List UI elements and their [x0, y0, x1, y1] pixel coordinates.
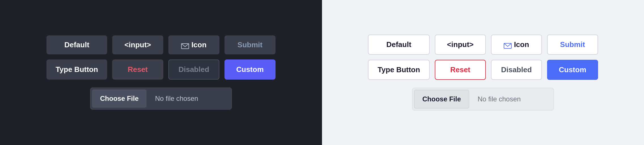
dark-btn-disabled[interactable]: Disabled	[168, 59, 219, 80]
light-btn-submit[interactable]: Submit	[547, 35, 598, 55]
light-btn-default[interactable]: Default	[368, 35, 430, 55]
dark-button-grid: Default <input> Icon Submit Type Button …	[46, 35, 276, 80]
dark-icon-btn-label: Icon	[191, 40, 206, 49]
dark-no-file-label: No file chosen	[148, 89, 205, 108]
dark-btn-type[interactable]: Type Button	[46, 59, 107, 80]
light-btn-disabled[interactable]: Disabled	[491, 60, 542, 80]
light-btn-reset[interactable]: Reset	[435, 60, 486, 80]
dark-choose-file-button[interactable]: Choose File	[92, 89, 147, 108]
dark-file-input[interactable]: Choose File No file chosen	[90, 88, 232, 110]
dark-btn-input[interactable]: <input>	[112, 35, 163, 54]
light-panel: Default <input> Icon Submit Type Button …	[322, 0, 644, 145]
mail-icon-light	[504, 42, 512, 48]
dark-btn-default[interactable]: Default	[46, 35, 107, 54]
dark-btn-submit[interactable]: Submit	[224, 35, 276, 54]
dark-btn-custom[interactable]: Custom	[224, 59, 276, 80]
light-btn-type[interactable]: Type Button	[368, 60, 430, 80]
light-no-file-label: No file chosen	[471, 90, 528, 108]
light-file-input[interactable]: Choose File No file chosen	[412, 88, 554, 110]
dark-panel: Default <input> Icon Submit Type Button …	[0, 0, 322, 145]
light-icon-btn-label: Icon	[514, 40, 529, 49]
mail-icon	[181, 42, 189, 48]
light-button-grid: Default <input> Icon Submit Type Button …	[368, 35, 598, 80]
dark-btn-icon[interactable]: Icon	[168, 35, 219, 54]
dark-btn-reset[interactable]: Reset	[112, 59, 163, 80]
light-btn-input[interactable]: <input>	[435, 35, 486, 55]
light-btn-icon[interactable]: Icon	[491, 35, 542, 55]
light-btn-custom[interactable]: Custom	[547, 60, 598, 80]
light-choose-file-button[interactable]: Choose File	[414, 90, 469, 108]
